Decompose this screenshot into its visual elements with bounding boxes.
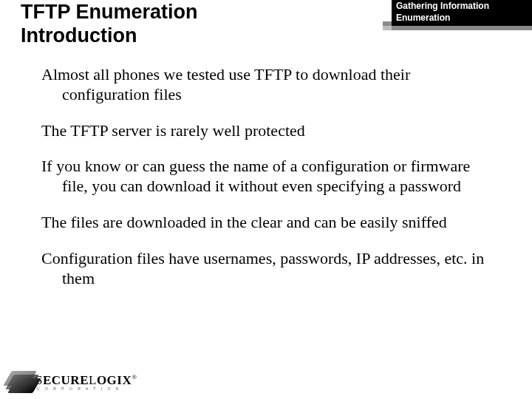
section-tag-accent-3 — [383, 21, 392, 26]
logo-text-part3: L — [89, 373, 97, 387]
logo-text-part2: ECURE — [43, 373, 89, 387]
section-tag-text: Gathering Information Enumeration — [389, 1, 529, 24]
bullet-item: Almost all phones we tested use TFTP to … — [41, 65, 492, 105]
slide-body: Almost all phones we tested use TFTP to … — [41, 65, 492, 305]
slide-title: TFTP Enumeration Introduction — [21, 0, 198, 48]
section-tag-accent-1 — [392, 26, 532, 30]
slide: TFTP Enumeration Introduction Gathering … — [0, 0, 532, 399]
bullet-item: The files are downloaded in the clear an… — [41, 213, 492, 233]
tag-line-1: Gathering Information — [396, 1, 489, 11]
logo-mark-icon — [7, 371, 33, 393]
tag-line-2: Enumeration — [396, 13, 450, 23]
title-line-2: Introduction — [21, 24, 137, 47]
bullet-item: If you know or can guess the name of a c… — [41, 157, 492, 197]
logo-text: SECURELOGIX® — [35, 374, 137, 386]
section-tag: Gathering Information Enumeration — [377, 0, 532, 30]
bullet-item: Configuration files have usernames, pass… — [41, 249, 492, 289]
registered-icon: ® — [132, 373, 137, 381]
section-tag-accent-2 — [383, 26, 392, 30]
logo-text-part4: OGIX — [97, 373, 132, 387]
logo-subtext: C O R P O R A T I O N — [37, 387, 137, 391]
bullet-item: The TFTP server is rarely well protected — [41, 121, 492, 141]
securelogix-logo: SECURELOGIX® C O R P O R A T I O N — [7, 371, 137, 393]
title-line-1: TFTP Enumeration — [21, 1, 198, 23]
logo-text-wrap: SECURELOGIX® C O R P O R A T I O N — [35, 374, 137, 391]
